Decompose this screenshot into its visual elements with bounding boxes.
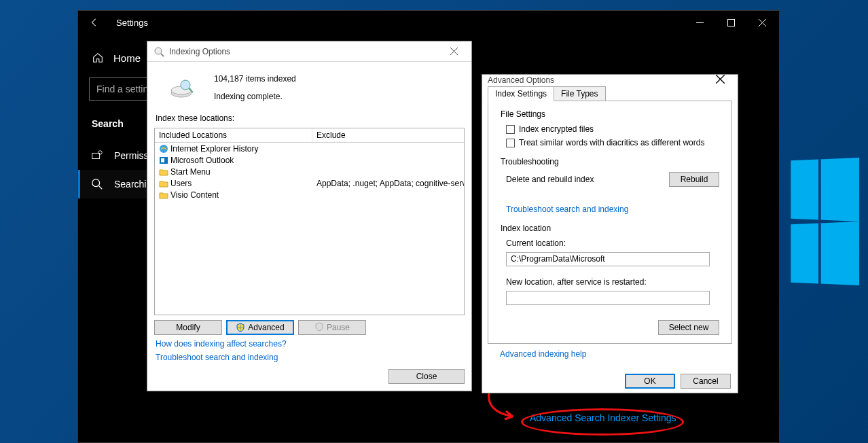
desktop-windows-logo — [786, 0, 868, 443]
home-icon — [92, 52, 104, 64]
new-location-field[interactable] — [506, 291, 710, 305]
svg-point-18 — [160, 145, 168, 153]
rebuild-label: Delete and rebuild index — [506, 175, 594, 184]
index-settings-panel: File Settings Index encrypted files Trea… — [488, 101, 732, 344]
advanced-button[interactable]: Advanced — [226, 320, 294, 335]
list-item[interactable]: Start Menu — [155, 166, 464, 177]
svg-rect-20 — [161, 158, 164, 162]
advanced-options-dialog: Advanced Options Index Settings File Typ… — [482, 74, 738, 393]
location-icon — [159, 156, 168, 165]
index-location-title: Index location — [501, 224, 719, 233]
ok-button[interactable]: OK — [625, 374, 675, 389]
svg-point-8 — [92, 179, 100, 187]
list-item[interactable]: UsersAppData; .nuget; AppData; cognitive… — [155, 177, 464, 189]
new-location-label: New location, after service is restarted… — [501, 277, 719, 287]
cancel-button[interactable]: Cancel — [681, 374, 731, 389]
location-icon — [159, 179, 168, 188]
advanced-titlebar: Advanced Options — [482, 75, 738, 86]
indexing-icon — [153, 46, 165, 58]
location-name: Visio Content — [170, 190, 219, 200]
home-label: Home — [113, 52, 141, 64]
settings-titlebar: Settings — [78, 11, 779, 34]
list-item[interactable]: Visio Content — [155, 189, 464, 200]
svg-point-7 — [98, 151, 102, 154]
advanced-close-button[interactable] — [706, 75, 734, 86]
checkbox-icon — [506, 139, 515, 147]
troubleshooting-title: Troubleshooting — [501, 157, 719, 166]
location-exclude — [312, 166, 464, 177]
included-locations-list[interactable]: Included Locations Exclude Internet Expl… — [154, 128, 465, 315]
troubleshoot-link[interactable]: Troubleshoot search and indexing — [156, 353, 463, 362]
location-icon — [159, 190, 168, 200]
search-placeholder: Find a setting — [96, 84, 153, 94]
index-locations-label: Index these locations: — [147, 109, 471, 126]
how-indexing-link[interactable]: How does indexing affect searches? — [156, 339, 463, 349]
svg-line-9 — [99, 186, 103, 190]
permissions-icon — [91, 149, 103, 162]
file-settings-title: File Settings — [501, 109, 719, 119]
indexing-title: Indexing Options — [169, 47, 440, 56]
diacritics-checkbox[interactable]: Treat similar words with diacritics as d… — [501, 138, 719, 147]
location-name: Microsoft Outlook — [170, 156, 234, 165]
location-icon — [159, 144, 168, 154]
location-name: Start Menu — [170, 167, 211, 177]
location-name: Internet Explorer History — [170, 144, 258, 154]
tab-index-settings[interactable]: Index Settings — [488, 86, 554, 101]
close-button[interactable]: Close — [388, 369, 465, 384]
svg-rect-6 — [92, 153, 100, 158]
adv-troubleshoot-link[interactable]: Troubleshoot search and indexing — [501, 205, 719, 214]
settings-title: Settings — [116, 18, 684, 28]
indexing-status-label: Indexing complete. — [214, 92, 296, 101]
modify-button[interactable]: Modify — [154, 320, 222, 335]
location-exclude — [312, 189, 464, 200]
indexing-options-dialog: Indexing Options 104,187 items indexed I… — [147, 41, 472, 391]
svg-line-11 — [161, 54, 164, 56]
svg-point-10 — [155, 48, 162, 54]
items-indexed-label: 104,187 items indexed — [214, 74, 296, 84]
select-new-button[interactable]: Select new — [658, 320, 719, 335]
shield-icon — [236, 323, 245, 332]
advanced-title: Advanced Options — [488, 75, 706, 85]
location-icon — [159, 167, 168, 177]
svg-point-16 — [181, 80, 190, 90]
advanced-indexer-link[interactable]: Advanced Search Indexer Settings — [530, 412, 676, 423]
list-item[interactable]: Microsoft Outlook — [155, 154, 464, 166]
checkbox-icon — [506, 125, 515, 134]
advanced-help-link[interactable]: Advanced indexing help — [500, 349, 586, 359]
location-name: Users — [170, 179, 192, 188]
col-exclude-header[interactable]: Exclude — [312, 128, 464, 142]
drive-magnifier-icon — [168, 74, 195, 101]
svg-rect-1 — [727, 19, 734, 26]
shield-icon — [314, 322, 324, 334]
minimize-button[interactable] — [684, 12, 715, 33]
tab-file-types[interactable]: File Types — [554, 86, 605, 101]
current-location-label: Current location: — [501, 238, 719, 248]
back-button[interactable] — [86, 14, 103, 31]
location-exclude — [312, 154, 464, 166]
rebuild-button[interactable]: Rebuild — [669, 172, 719, 187]
magnifier-icon — [91, 178, 103, 190]
current-location-field: C:\ProgramData\Microsoft — [506, 252, 710, 266]
location-exclude — [312, 143, 464, 154]
col-included-header[interactable]: Included Locations — [155, 128, 312, 142]
list-item[interactable]: Internet Explorer History — [155, 143, 464, 154]
close-button[interactable] — [746, 12, 778, 33]
indexing-titlebar: Indexing Options — [147, 41, 471, 62]
maximize-button[interactable] — [715, 12, 746, 33]
location-exclude: AppData; .nuget; AppData; cognitive-serv… — [312, 177, 464, 189]
pause-button: Pause — [298, 320, 366, 335]
indexing-close-button[interactable] — [440, 46, 467, 57]
index-encrypted-checkbox[interactable]: Index encrypted files — [501, 124, 719, 134]
